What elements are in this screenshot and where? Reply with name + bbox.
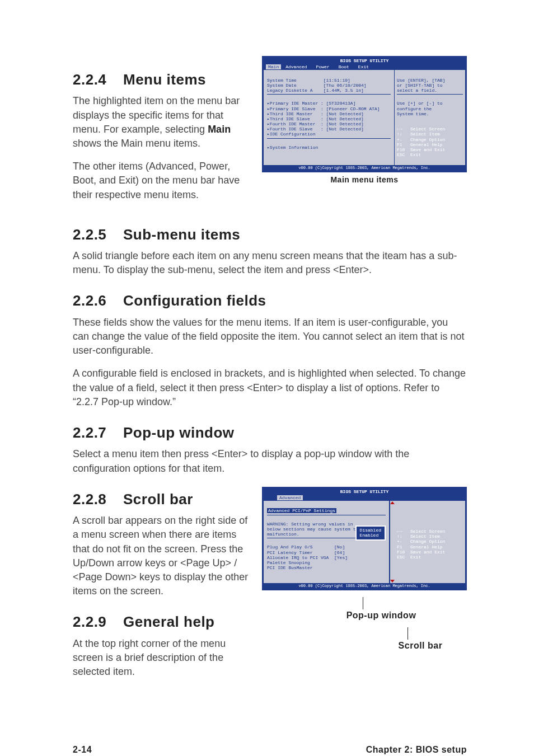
heading-2-2-5: 2.2.5Sub-menu items [73, 224, 467, 245]
bios-tabs: MainAdvancedPowerBootExit [264, 64, 465, 70]
callout-popup: Pop-up window [296, 609, 467, 622]
tab-advanced-2: Advanced [277, 495, 303, 500]
popup-window: Disabled Enabled [355, 525, 386, 540]
para-227-1: Select a menu item then press <Enter> to… [73, 447, 467, 475]
tab-boot: Boot [334, 64, 354, 69]
bios-screenshot-main: BIOS SETUP UTILITY MainAdvancedPowerBoot… [262, 56, 467, 185]
bios-title: BIOS SETUP UTILITY [264, 58, 465, 64]
bios-copyright: v00.00 (C)Copyright 1985-2003, American … [264, 165, 465, 171]
bios2-left-pane: Advanced PCI/PnP Settings WARNING: Setti… [264, 501, 390, 583]
bios2-tabs: Advanced [264, 495, 465, 501]
chapter-label: Chapter 2: BIOS setup [366, 744, 467, 756]
tab-main: Main [266, 64, 281, 69]
bios-left-pane: System Time [11:51:19] System Date [Thu … [264, 70, 395, 165]
tab-exit: Exit [354, 64, 373, 69]
callout-scrollbar: Scroll bar [374, 640, 467, 652]
bios2-right-pane: ←→ Select Screen ↑↓ Select Item +- Chang… [395, 501, 465, 583]
bios-right-pane: Use [ENTER], [TAB] or [SHIFT-TAB] to sel… [395, 70, 465, 165]
bios-screenshot-advanced: BIOS SETUP UTILITY Advanced Advanced PCI… [262, 487, 467, 652]
para-225-1: A solid triangle before each item on any… [73, 249, 467, 277]
page-number: 2-14 [73, 744, 92, 756]
scroll-bar [390, 501, 395, 583]
heading-2-2-7: 2.2.7Pop-up window [73, 422, 467, 443]
bios2-copyright: v00.00 (C)Copyright 1985-2003, American … [264, 583, 465, 589]
page-footer: 2-14 Chapter 2: BIOS setup [0, 710, 534, 756]
para-226-2: A configurable field is enclosed in brac… [73, 367, 467, 409]
tab-advanced: Advanced [281, 64, 311, 69]
tab-power: Power [312, 64, 334, 69]
para-226-1: These fields show the values for the men… [73, 316, 467, 358]
bios2-title: BIOS SETUP UTILITY [264, 489, 465, 495]
bios1-caption: Main menu items [262, 175, 467, 186]
heading-2-2-6: 2.2.6Configuration fields [73, 290, 467, 311]
